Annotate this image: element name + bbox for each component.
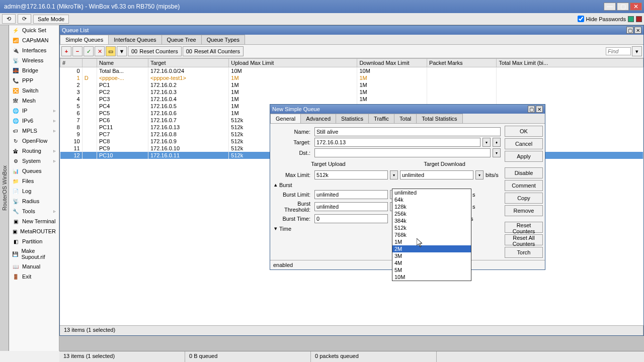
- burst-collapse-icon[interactable]: ▴: [272, 182, 279, 188]
- target-dropdown[interactable]: ▾: [482, 138, 491, 147]
- target-updown[interactable]: ♦: [493, 138, 501, 147]
- copy-button[interactable]: Copy: [505, 193, 543, 204]
- sidebar-item-log[interactable]: 📄Log: [9, 186, 59, 196]
- dialog-tab-advanced[interactable]: Advanced: [300, 114, 336, 123]
- dropdown-option[interactable]: unlimited: [392, 189, 471, 196]
- sidebar-item-new-terminal[interactable]: ▣New Terminal: [9, 216, 59, 226]
- burstlimit-upload-input[interactable]: [314, 190, 388, 199]
- dialog-tab-general[interactable]: General: [270, 114, 301, 123]
- ok-button[interactable]: OK: [505, 126, 543, 137]
- maxlimit-download-dropdown[interactable]: ▾: [475, 170, 484, 179]
- dropdown-option[interactable]: 256k: [392, 210, 471, 217]
- tab-simple-queues[interactable]: Simple Queues: [60, 35, 109, 44]
- sidebar-item-partition[interactable]: ◧Partition: [9, 236, 59, 246]
- queue-list-close[interactable]: ✕: [634, 27, 641, 34]
- comment-button[interactable]: ▭: [106, 46, 116, 56]
- remove-button[interactable]: Remove: [505, 205, 543, 216]
- add-button[interactable]: +: [61, 46, 71, 56]
- dialog-tab-total-statistics[interactable]: Total Statistics: [416, 114, 462, 123]
- sidebar-item-wireless[interactable]: 📡Wireless: [9, 55, 59, 65]
- sidebar-item-ppp[interactable]: 📞PPP: [9, 75, 59, 85]
- comment-button[interactable]: Comment: [505, 180, 543, 191]
- dialog-tab-total[interactable]: Total: [394, 114, 417, 123]
- disable-button[interactable]: ✕: [95, 46, 105, 56]
- find-dropdown[interactable]: ▾: [632, 46, 642, 56]
- dropdown-option[interactable]: 3M: [392, 252, 471, 259]
- column-header[interactable]: [82, 59, 97, 67]
- reset-counters-button[interactable]: Reset Counters: [505, 222, 543, 233]
- column-header[interactable]: #: [60, 59, 83, 67]
- dropdown-option[interactable]: 64k: [392, 196, 471, 203]
- disable-button[interactable]: Disable: [505, 167, 543, 178]
- tab-interface-queues[interactable]: Interface Queues: [108, 35, 162, 44]
- dropdown-option[interactable]: 5M: [392, 266, 471, 274]
- time-collapse-icon[interactable]: ▾: [272, 225, 279, 232]
- column-header[interactable]: Packet Marks: [427, 59, 496, 67]
- column-header[interactable]: Download Max Limit: [357, 59, 427, 67]
- dropdown-option[interactable]: 512k: [392, 224, 471, 231]
- table-row[interactable]: 2PC1172.16.0.21M1M: [60, 81, 643, 88]
- sidebar-item-files[interactable]: 📁Files: [9, 176, 59, 186]
- table-row[interactable]: 4PC3172.16.0.41M1M: [60, 96, 643, 103]
- sidebar-item-ipv6[interactable]: 🌐IPv6▹: [9, 116, 59, 126]
- sidebar-item-openflow[interactable]: ↻OpenFlow: [9, 136, 59, 146]
- column-header[interactable]: Upload Max Limit: [229, 59, 357, 67]
- back-button[interactable]: ⟲: [2, 14, 16, 24]
- sidebar-item-bridge[interactable]: 🌉Bridge: [9, 65, 59, 75]
- reset-all-counters-button[interactable]: Reset All Counters: [505, 234, 543, 245]
- tab-queue-types[interactable]: Queue Types: [201, 35, 245, 44]
- filter-button[interactable]: ▼: [117, 46, 127, 56]
- maxlimit-upload-input[interactable]: [314, 170, 388, 179]
- sidebar-item-tools[interactable]: 🔧Tools▹: [9, 206, 59, 216]
- sidebar-item-mpls[interactable]: 🏷MPLS▹: [9, 126, 59, 136]
- find-input[interactable]: [606, 47, 631, 55]
- sidebar-item-system[interactable]: ⚙System▹: [9, 156, 59, 166]
- forward-button[interactable]: ⟳: [18, 14, 31, 24]
- sidebar-item-metarouter[interactable]: ▣MetaROUTER: [9, 226, 59, 236]
- sidebar-item-interfaces[interactable]: 🔌Interfaces: [9, 45, 59, 55]
- sidebar-item-routing[interactable]: 🛣Routing▹: [9, 146, 59, 156]
- sidebar-item-capsman[interactable]: 📶CAPsMAN: [9, 35, 59, 45]
- torch-button[interactable]: Torch: [505, 247, 543, 258]
- dst-dropdown[interactable]: ▾: [493, 148, 501, 157]
- safe-mode-button[interactable]: Safe Mode: [33, 15, 69, 24]
- dialog-tab-traffic[interactable]: Traffic: [368, 114, 394, 123]
- enable-button[interactable]: ✓: [84, 46, 94, 56]
- dialog-tab-statistics[interactable]: Statistics: [336, 114, 369, 123]
- sidebar-item-mesh[interactable]: 🕸Mesh: [9, 96, 59, 106]
- sidebar-item-radius[interactable]: 📡Radius: [9, 196, 59, 206]
- dropdown-option[interactable]: 4M: [392, 259, 471, 266]
- tab-queue-tree[interactable]: Queue Tree: [162, 35, 202, 44]
- sidebar-item-manual[interactable]: 📖Manual: [9, 261, 59, 272]
- dialog-maximize[interactable]: ▢: [528, 106, 535, 113]
- sidebar-item-make-supout-rif[interactable]: 💾Make Supout.rif: [9, 246, 59, 261]
- column-header[interactable]: Name: [97, 59, 148, 67]
- dialog-close[interactable]: ✕: [536, 106, 543, 113]
- maximize-button[interactable]: ▢: [617, 3, 629, 11]
- dropdown-option[interactable]: 768k: [392, 231, 471, 238]
- table-row[interactable]: 0Total Ba...172.16.0.0/2410M10M: [60, 67, 643, 75]
- dropdown-option[interactable]: 2M: [392, 245, 471, 252]
- apply-button[interactable]: Apply: [505, 151, 543, 162]
- bursttime-upload-input[interactable]: [314, 214, 388, 223]
- close-button[interactable]: ✕: [630, 3, 642, 11]
- sidebar-item-ip[interactable]: 🌐IP▹: [9, 106, 59, 116]
- target-input[interactable]: [314, 138, 480, 147]
- table-row[interactable]: 1D<pppoe-...<pppoe-test1>1M1M: [60, 74, 643, 81]
- dropdown-option[interactable]: 384k: [392, 217, 471, 224]
- reset-all-counters-button[interactable]: 00Reset All Counters: [183, 46, 244, 56]
- table-row[interactable]: 3PC2172.16.0.31M1M: [60, 88, 643, 96]
- sidebar-item-exit[interactable]: 🚪Exit: [9, 272, 59, 282]
- column-header[interactable]: Target: [148, 59, 228, 67]
- sidebar-item-quick-set[interactable]: ⚡Quick Set: [9, 25, 59, 35]
- burstthresh-upload-input[interactable]: [314, 202, 388, 211]
- minimize-button[interactable]: —: [604, 3, 616, 11]
- dropdown-option[interactable]: 128k: [392, 203, 471, 210]
- sidebar-item-switch[interactable]: 🔀Switch: [9, 85, 59, 96]
- dst-input[interactable]: [314, 148, 491, 157]
- maxlimit-download-input[interactable]: [400, 170, 473, 179]
- name-input[interactable]: [314, 127, 501, 136]
- hide-passwords-checkbox[interactable]: Hide Passwords: [578, 16, 626, 22]
- dropdown-option[interactable]: 1M: [392, 238, 471, 245]
- reset-counters-button[interactable]: 00Reset Counters: [128, 46, 182, 56]
